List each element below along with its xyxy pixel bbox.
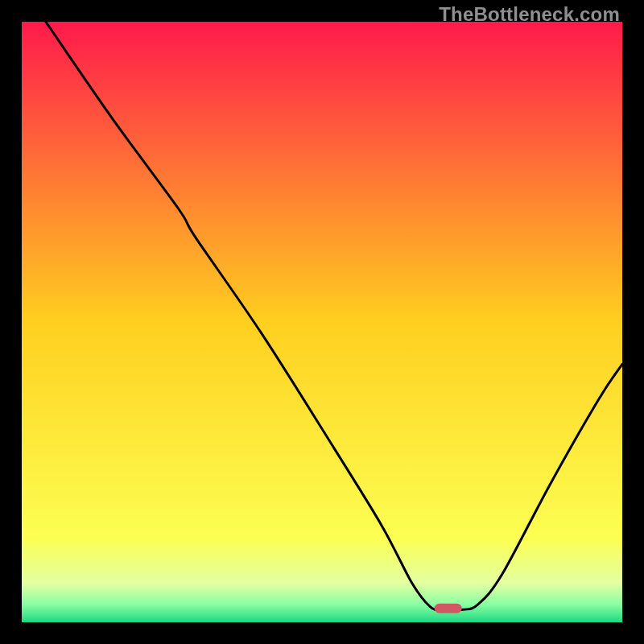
watermark-text: TheBottleneck.com — [439, 3, 620, 26]
gradient-background — [22, 22, 622, 622]
optimal-marker — [435, 604, 462, 613]
chart-frame — [22, 22, 622, 622]
bottleneck-chart — [22, 22, 622, 622]
